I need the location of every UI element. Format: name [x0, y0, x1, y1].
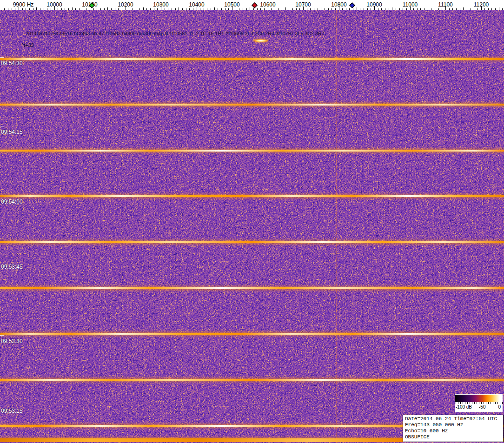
freq-tick [442, 8, 442, 10]
freq-tick [26, 8, 26, 10]
freq-tick [257, 8, 258, 10]
freq-tick [36, 7, 37, 10]
freq-tick [367, 8, 368, 10]
freq-tick [179, 7, 179, 10]
freq-tick [218, 8, 218, 10]
freq-tick [499, 7, 499, 10]
freq-tick [150, 8, 151, 10]
freq-tick [431, 8, 431, 10]
freq-tick [502, 8, 503, 10]
freq-tick [264, 8, 265, 10]
freq-tick [474, 8, 474, 10]
freq-tick [250, 7, 250, 10]
freq-tick [371, 8, 371, 10]
red-frequency-marker-icon[interactable] [252, 2, 258, 8]
freq-tick [207, 8, 207, 10]
freq-label: 10800 [331, 1, 346, 8]
color-scale-gradient [455, 395, 502, 402]
freq-tick [488, 8, 489, 10]
freq-tick [243, 8, 243, 10]
freq-tick [495, 8, 496, 10]
freq-label: 10900 [366, 1, 382, 8]
freq-tick [211, 8, 211, 10]
waterfall-window: 20140624075433516 hCnt63 nb-87 f10583 hi… [0, 0, 504, 443]
freq-label: 9900 Hz [13, 1, 34, 8]
freq-tick [172, 8, 172, 10]
freq-tick [420, 8, 421, 10]
sweep-line [0, 195, 504, 197]
freq-tick [97, 8, 97, 10]
freq-tick [285, 7, 286, 10]
freq-tick [349, 8, 350, 10]
freq-tick [15, 8, 15, 10]
freq-tick [392, 7, 392, 10]
freq-tick [335, 8, 336, 10]
freq-label: 10400 [189, 1, 204, 8]
freq-tick [467, 8, 467, 10]
freq-tick [438, 8, 439, 10]
spectrogram[interactable] [0, 10, 504, 443]
freq-label: 11100 [438, 1, 453, 8]
freq-tick [221, 8, 222, 10]
freq-tick [246, 8, 247, 10]
freq-tick [79, 8, 80, 10]
freq-tick [357, 7, 357, 10]
legend-label-min: -100 dB [456, 404, 472, 410]
freq-tick [428, 7, 428, 10]
freq-tick [58, 8, 58, 10]
freq-tick [278, 8, 279, 10]
freq-tick [406, 8, 407, 10]
freq-tick [61, 8, 62, 10]
freq-tick [360, 8, 360, 10]
freq-tick [346, 8, 346, 10]
freq-tick [154, 8, 154, 10]
freq-tick [29, 8, 30, 10]
freq-tick [342, 8, 343, 10]
time-tick [0, 126, 4, 126]
freq-label: 10500 [224, 1, 239, 8]
freq-label: 11200 [474, 1, 489, 8]
freq-tick [477, 8, 478, 10]
freq-tick [403, 8, 403, 10]
time-label: 09:54:00 [1, 198, 23, 205]
freq-label: 10700 [295, 1, 311, 8]
frequency-ruler: 9900 Hz100001010010200103001040010500106… [0, 0, 504, 10]
cursor-offset-text: ^t+33 [21, 42, 34, 48]
freq-tick [424, 8, 424, 10]
freq-label: 11000 [403, 1, 418, 8]
time-label: 09:54:15 [1, 129, 23, 135]
freq-tick [193, 8, 193, 10]
freq-tick [146, 8, 147, 10]
freq-tick [86, 8, 86, 10]
spectrogram-noise [0, 10, 504, 443]
legend-label-mid: -50 [479, 404, 485, 410]
freq-tick [8, 8, 8, 10]
freq-tick [271, 8, 272, 10]
sweep-line [0, 333, 504, 335]
freq-tick [307, 8, 307, 10]
freq-tick [186, 8, 186, 10]
freq-tick [399, 8, 400, 10]
freq-tick [100, 8, 101, 10]
info-station-name: OBSUPICE [405, 434, 501, 440]
sweep-line [0, 379, 504, 381]
freq-tick [136, 8, 136, 10]
freq-tick [328, 8, 329, 10]
info-date-time: Date=2014-06-24 Time=07:54 UTC [405, 416, 501, 422]
freq-tick [33, 8, 33, 10]
freq-label: 10200 [118, 1, 133, 8]
freq-tick [72, 7, 73, 10]
time-label: 09:53:15 [1, 408, 23, 414]
blue-frequency-marker-icon[interactable] [349, 2, 355, 8]
freq-tick [310, 8, 311, 10]
freq-tick [83, 8, 83, 10]
freq-tick [460, 8, 460, 10]
freq-tick [65, 8, 65, 10]
time-label: 09:53:45 [1, 264, 23, 270]
freq-tick [168, 8, 168, 10]
freq-tick [364, 8, 364, 10]
time-tick [0, 196, 4, 196]
freq-tick [282, 8, 282, 10]
freq-tick [228, 8, 229, 10]
freq-tick [325, 8, 325, 10]
